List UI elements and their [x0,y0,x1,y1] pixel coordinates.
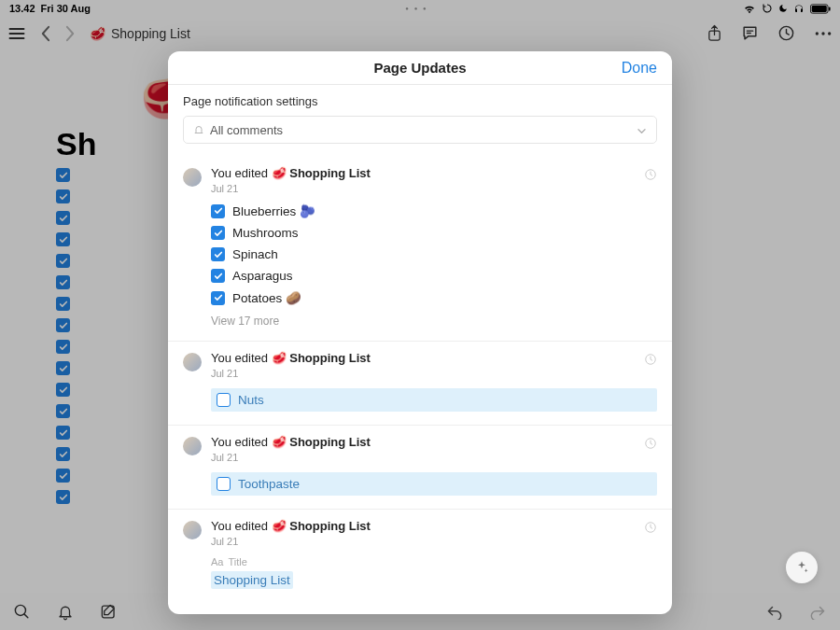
avatar [183,437,202,455]
chevron-down-icon [637,123,647,137]
history-icon[interactable] [644,437,657,450]
list-item: Blueberries 🫐 [211,203,657,218]
item-label: Nuts [238,393,264,407]
settings-label: Page notification settings [183,94,657,108]
bell-icon [193,124,204,135]
checkbox-icon [211,291,225,305]
item-label: Potatoes 🥔 [232,290,301,305]
added-item: Toothpaste [211,472,657,496]
timestamp: Jul 21 [211,368,657,379]
update-entry: You edited 🥩 Shopping List Jul 21 AaTitl… [168,510,672,602]
dropdown-value: All comments [210,123,283,137]
notification-settings: Page notification settings All comments [168,85,672,144]
list-item: Asparagus [211,269,657,283]
edit-summary: You edited 🥩 Shopping List [211,351,657,365]
item-label: Asparagus [232,269,293,283]
item-label: Toothpaste [238,477,300,491]
checkbox-icon [211,226,225,240]
avatar [183,521,202,539]
update-entry: You edited 🥩 Shopping List Jul 21 Nuts [168,342,672,426]
notification-dropdown[interactable]: All comments [183,116,657,144]
modal-title: Page Updates [373,60,466,76]
added-item: Nuts [211,388,657,412]
ai-assistant-button[interactable] [786,552,818,583]
update-entry: You edited 🥩 Shopping List Jul 21 Toothp… [168,426,672,510]
timestamp: Jul 21 [211,536,657,547]
page-updates-modal: Page Updates Done Page notification sett… [168,51,672,614]
edit-summary: You edited 🥩 Shopping List [211,435,657,449]
list-item: Potatoes 🥔 [211,290,657,305]
list-item: Mushrooms [211,226,657,240]
modal-header: Page Updates Done [168,51,672,85]
checkbox-icon [211,269,225,283]
title-tag: AaTitle [211,556,657,567]
done-button[interactable]: Done [622,60,657,77]
history-icon[interactable] [644,353,657,366]
avatar [183,168,202,187]
timestamp: Jul 21 [211,452,657,463]
view-more-link[interactable]: View 17 more [211,315,657,328]
edit-summary: You edited 🥩 Shopping List [211,519,657,533]
item-label: Spinach [232,247,278,261]
timestamp: Jul 21 [211,183,657,194]
item-label: Mushrooms [232,226,299,240]
checkbox-icon [217,477,231,491]
update-entry: You edited 🥩 Shopping List Jul 21 Bluebe… [168,157,672,342]
checkbox-icon [211,204,225,218]
list-item: Spinach [211,247,657,261]
avatar [183,353,202,371]
history-icon[interactable] [644,168,657,181]
item-label: Blueberries 🫐 [232,203,315,218]
history-icon[interactable] [644,521,657,534]
checkbox-icon [211,247,225,261]
updates-list[interactable]: You edited 🥩 Shopping List Jul 21 Bluebe… [168,157,672,614]
title-link[interactable]: Shopping List [211,571,293,589]
edit-summary: You edited 🥩 Shopping List [211,166,657,180]
checkbox-icon [217,393,231,407]
